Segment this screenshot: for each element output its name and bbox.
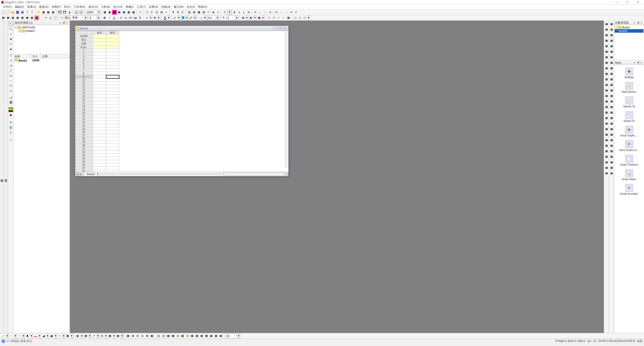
data-cell[interactable] xyxy=(106,85,119,88)
menu-item[interactable]: 工作表(K) xyxy=(72,5,87,9)
data-cell[interactable] xyxy=(106,105,119,108)
move-right-button[interactable]: → xyxy=(263,10,267,15)
data-cell[interactable] xyxy=(106,88,119,91)
tree-toggle-icon[interactable]: + xyxy=(19,30,21,32)
right-tool-button[interactable]: ▦ xyxy=(604,66,609,70)
label-row-header[interactable]: 长名称 xyxy=(75,34,93,38)
right-tool-button[interactable]: ▦ xyxy=(604,77,609,81)
row-header[interactable]: 10 xyxy=(75,78,93,82)
area-plot-dropdown[interactable]: ▾ xyxy=(46,334,49,338)
row-header[interactable]: 5 xyxy=(75,62,93,65)
row-header[interactable]: 18 xyxy=(75,105,93,108)
mask-tool2-button[interactable]: ⊕ xyxy=(272,16,276,20)
insert-graph-tool[interactable]: 📊 xyxy=(9,95,13,100)
valign-dropdown[interactable]: ▾ xyxy=(157,16,160,20)
menu-item[interactable]: 图像(I) xyxy=(124,5,135,9)
hist-plot-button[interactable]: ▦ xyxy=(116,334,120,338)
scatter-plot-dropdown[interactable]: ▾ xyxy=(14,334,17,338)
subscript-button[interactable]: x₂ xyxy=(123,16,128,20)
data-cell[interactable] xyxy=(93,56,106,59)
data-cell[interactable] xyxy=(93,157,106,160)
fullscale-button[interactable]: ⊞ xyxy=(159,10,164,15)
column-header[interactable]: A(X) xyxy=(93,31,106,34)
special12-button[interactable]: ▦ xyxy=(209,334,213,338)
data-cell[interactable] xyxy=(106,78,119,82)
row-header[interactable]: 12 xyxy=(75,85,93,88)
highlight-button[interactable]: 🖍 xyxy=(189,16,193,20)
sheet-nav-prev[interactable]: ▸ xyxy=(79,172,82,176)
3d-button[interactable]: ▦ xyxy=(122,10,126,15)
rect-tool[interactable]: ▭ xyxy=(9,73,13,78)
right-tool-button[interactable]: ▦ xyxy=(609,121,614,126)
region-tool[interactable]: ▱ xyxy=(9,88,13,93)
stats-button[interactable]: Σ xyxy=(180,10,185,15)
line-width-input[interactable] xyxy=(207,16,216,20)
arrow-tool[interactable]: ↗ xyxy=(9,58,13,63)
3d-plot-button[interactable]: ▦ xyxy=(65,334,70,338)
col-plot2-button[interactable]: ▤ xyxy=(192,10,196,15)
menu-item[interactable]: 设置(R) xyxy=(148,5,159,9)
right-tool-button[interactable]: ▦ xyxy=(604,82,609,87)
right-tool-button[interactable]: ▦ xyxy=(604,138,609,142)
workbook-titlebar[interactable]: Book1 — ☐ ✕ xyxy=(75,26,288,31)
label-cell[interactable] xyxy=(106,42,119,46)
line-plot-button[interactable]: ／ xyxy=(1,334,6,338)
left-vertical-label2[interactable]: 提示日志 xyxy=(4,21,8,333)
font-dropdown[interactable]: ▾ xyxy=(84,16,88,20)
right-tool-button[interactable]: ▦ xyxy=(604,154,609,159)
data-cell[interactable] xyxy=(106,157,119,160)
open-button[interactable] xyxy=(11,10,15,15)
gradient-dropdown[interactable]: ▾ xyxy=(254,16,257,20)
data-cell[interactable] xyxy=(93,150,106,154)
zoom-rect-button[interactable]: 🔍 xyxy=(145,10,149,15)
data-cell[interactable] xyxy=(93,69,106,72)
status-unit[interactable]: 弧度 xyxy=(637,339,642,343)
menu-item[interactable]: 帮助(H) xyxy=(197,5,208,9)
zoom-input[interactable] xyxy=(85,10,97,15)
mask-tool4-button[interactable]: ⊘ xyxy=(281,16,286,20)
vector-dropdown[interactable]: ▾ xyxy=(96,334,99,338)
col-plot4-button[interactable]: ▧ xyxy=(201,10,206,15)
data-cell[interactable] xyxy=(106,137,119,140)
right-tool-button[interactable]: ▦ xyxy=(604,121,609,126)
insert-image-tool[interactable]: 🖼 xyxy=(9,100,13,105)
workbook-minimize-button[interactable]: — xyxy=(273,27,277,30)
minimize-button[interactable]: — xyxy=(614,1,620,4)
label-row-header[interactable]: 单位 xyxy=(75,38,93,42)
sheet-nav-first[interactable]: ◂ xyxy=(75,172,79,176)
mask-tool5-button[interactable]: ▦ xyxy=(286,16,291,20)
cut-button[interactable]: ✂ xyxy=(44,16,48,20)
worksheet-hscrollbar[interactable] xyxy=(224,172,284,176)
multi-y-button[interactable]: ⊟ xyxy=(135,334,140,338)
set-err-button[interactable]: ± xyxy=(237,10,241,15)
right-tool-button[interactable]: ▦ xyxy=(604,71,609,76)
menu-item[interactable]: 工具(T) xyxy=(136,5,147,9)
row-header[interactable]: 25 xyxy=(75,127,93,131)
data-cell[interactable] xyxy=(106,108,119,111)
data-cell[interactable] xyxy=(93,59,106,62)
data-cell[interactable] xyxy=(106,65,119,69)
data-cell[interactable] xyxy=(106,91,119,95)
pie-plot-dropdown[interactable]: ▾ xyxy=(54,334,57,338)
sheet-corner[interactable]: ▫ xyxy=(285,172,288,176)
row-header[interactable]: 16 xyxy=(75,98,93,101)
surface-plot-button[interactable]: ▦ xyxy=(83,334,88,338)
right-tool-button[interactable]: ▦ xyxy=(609,44,614,48)
object-tree-item[interactable]: Sheet1 xyxy=(615,29,643,33)
line-symbol-dropdown[interactable]: ▾ xyxy=(22,334,25,338)
right-tool-button[interactable]: ▦ xyxy=(609,127,614,131)
sheet-tab[interactable]: Sheet1 xyxy=(84,172,97,176)
sort-asc-button[interactable]: ⬆ xyxy=(171,10,175,15)
app-item[interactable]: WSend Graphs ... xyxy=(615,124,643,139)
right-tool-button[interactable]: ▦ xyxy=(609,38,614,43)
data-cell[interactable] xyxy=(93,75,106,78)
right-tool-button[interactable]: ▦ xyxy=(604,38,609,43)
right-tool-button[interactable]: ▦ xyxy=(609,138,614,142)
rescale-button[interactable]: ⊡ xyxy=(154,10,159,15)
menu-item[interactable]: 编辑(E) xyxy=(14,5,25,9)
menu-item[interactable]: 格式(O) xyxy=(87,5,99,9)
maximize-button[interactable]: ☐ xyxy=(624,1,630,4)
rotation-dropdown[interactable]: ▾ xyxy=(236,16,239,20)
screen-reader-tool[interactable]: ⊕ xyxy=(9,37,13,41)
stat-dropdown[interactable]: ▾ xyxy=(104,334,107,338)
